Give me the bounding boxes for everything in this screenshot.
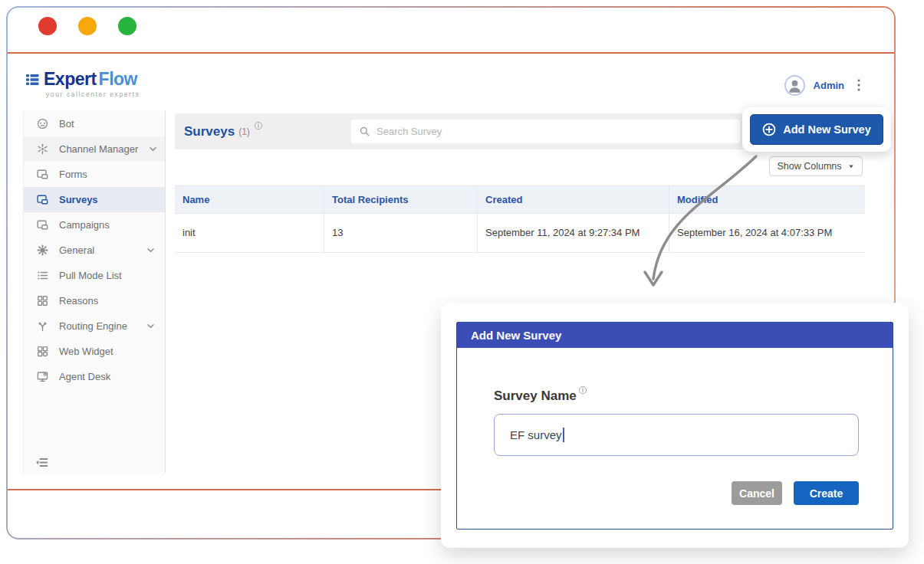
- sidebar-item-web-widget[interactable]: Web Widget: [24, 339, 165, 364]
- sidebar-item-forms[interactable]: Forms: [24, 162, 165, 187]
- sidebar-item-label: General: [59, 244, 94, 256]
- sidebar-item-label: Forms: [59, 169, 87, 180]
- caret-down-icon: [847, 162, 855, 170]
- add-new-survey-button[interactable]: Add New Survey: [750, 114, 883, 145]
- minimize-window-button[interactable]: [78, 17, 97, 35]
- info-icon[interactable]: [254, 121, 263, 130]
- plus-circle-icon: [762, 123, 776, 136]
- sidebar-item-reasons[interactable]: Reasons: [24, 288, 165, 313]
- sidebar-item-campaigns[interactable]: Campaigns: [24, 212, 165, 238]
- sidebar-item-label: Pull Mode List: [59, 270, 122, 281]
- maximize-window-button[interactable]: [118, 17, 136, 35]
- chevron-down-icon: [148, 144, 158, 154]
- search-box[interactable]: [351, 120, 740, 143]
- modal-actions: Cancel Create: [494, 481, 859, 505]
- avatar[interactable]: [784, 75, 805, 96]
- list-icon: [36, 269, 49, 282]
- logo-text-secondary: Flow: [99, 69, 137, 90]
- widget-icon: [36, 345, 49, 358]
- show-columns-button[interactable]: Show Columns: [769, 156, 863, 176]
- table-body: init13September 11, 2024 at 9:27:34 PMSe…: [175, 214, 865, 253]
- desk-icon: [36, 370, 49, 383]
- screenshot-canvas: ExpertFlow your callcenter experts Admin…: [0, 0, 924, 564]
- show-columns-label: Show Columns: [777, 161, 841, 172]
- search-icon: [359, 126, 370, 137]
- form-icon: [36, 168, 49, 181]
- sidebar-item-label: Routing Engine: [59, 320, 127, 332]
- add-survey-highlight-card: Add New Survey: [742, 107, 891, 152]
- sidebar-item-label: Channel Manager: [59, 143, 138, 155]
- column-header[interactable]: Total Recipients: [324, 186, 477, 213]
- column-header[interactable]: Modified: [669, 186, 865, 213]
- surveys-table: NameTotal RecipientsCreatedModified init…: [175, 185, 865, 253]
- survey-name-input[interactable]: EF survey: [494, 414, 859, 456]
- close-window-button[interactable]: [38, 17, 57, 35]
- window-titlebar: [8, 8, 894, 52]
- page-title-text: Surveys: [184, 124, 235, 139]
- table-row[interactable]: init13September 11, 2024 at 9:27:34 PMSe…: [175, 214, 865, 253]
- add-survey-dialog: Add New Survey Survey Name EF survey Can…: [456, 322, 893, 530]
- table-cell: init: [175, 214, 324, 252]
- sidebar-item-surveys[interactable]: Surveys: [24, 187, 165, 212]
- create-button[interactable]: Create: [794, 481, 859, 505]
- expertflow-logo: ExpertFlow your callcenter experts: [26, 69, 140, 98]
- text-caret: [563, 428, 564, 442]
- gear-icon: [36, 244, 49, 257]
- search-input[interactable]: [377, 126, 732, 137]
- form-icon: [36, 193, 49, 206]
- cancel-button[interactable]: Cancel: [732, 481, 782, 505]
- sidebar-item-label: Surveys: [59, 194, 98, 205]
- collapse-menu-icon[interactable]: [35, 455, 49, 470]
- user-name: Admin: [814, 80, 844, 91]
- table-cell: September 11, 2024 at 9:27:34 PM: [477, 214, 669, 252]
- page-title: Surveys (1): [184, 113, 263, 149]
- form-icon: [36, 218, 49, 231]
- logo-text-primary: Expert: [44, 69, 97, 90]
- route-icon: [36, 320, 49, 333]
- table-cell: 13: [324, 214, 477, 252]
- sidebar-item-general[interactable]: General: [24, 238, 165, 263]
- kebab-menu-icon[interactable]: [853, 77, 865, 93]
- sidebar-item-label: Bot: [59, 118, 74, 130]
- page-title-count: (1): [238, 126, 250, 137]
- sidebar-item-pull-mode-list[interactable]: Pull Mode List: [24, 263, 165, 288]
- hub-icon: [36, 143, 49, 156]
- sidebar-item-label: Agent Desk: [59, 371, 110, 382]
- survey-name-label: Survey Name: [494, 389, 577, 404]
- robot-icon: [36, 117, 49, 130]
- grid-icon: [36, 294, 49, 307]
- sidebar-item-routing-engine[interactable]: Routing Engine: [24, 313, 165, 339]
- table-header-row: NameTotal RecipientsCreatedModified: [175, 185, 865, 214]
- survey-name-value: EF survey: [510, 428, 562, 441]
- sidebar-item-label: Reasons: [59, 295, 98, 307]
- column-header[interactable]: Name: [175, 186, 324, 213]
- sidebar-nav: BotChannel ManagerFormsSurveysCampaignsG…: [23, 111, 166, 473]
- sidebar-item-channel-manager[interactable]: Channel Manager: [24, 136, 165, 162]
- sidebar-item-label: Web Widget: [59, 346, 113, 357]
- info-icon[interactable]: [578, 385, 587, 395]
- modal-body: Survey Name EF survey Cancel Create: [457, 348, 893, 505]
- chevron-down-icon: [146, 245, 156, 255]
- sidebar-item-agent-desk[interactable]: Agent Desk: [24, 364, 165, 389]
- logo-tagline: your callcenter experts: [26, 90, 140, 98]
- user-menu[interactable]: Admin: [784, 74, 865, 97]
- table-cell: September 16, 2024 at 4:07:33 PM: [669, 214, 865, 252]
- column-header[interactable]: Created: [477, 186, 669, 213]
- sidebar-item-label: Campaigns: [59, 219, 110, 231]
- modal-title: Add New Survey: [457, 323, 893, 348]
- add-survey-modal: Add New Survey Survey Name EF survey Can…: [441, 303, 909, 548]
- chevron-down-icon: [146, 321, 156, 331]
- expertflow-bars-icon: [26, 72, 41, 87]
- titlebar-divider: [8, 52, 894, 54]
- sidebar-item-bot[interactable]: Bot: [24, 111, 165, 136]
- add-new-survey-label: Add New Survey: [783, 123, 870, 136]
